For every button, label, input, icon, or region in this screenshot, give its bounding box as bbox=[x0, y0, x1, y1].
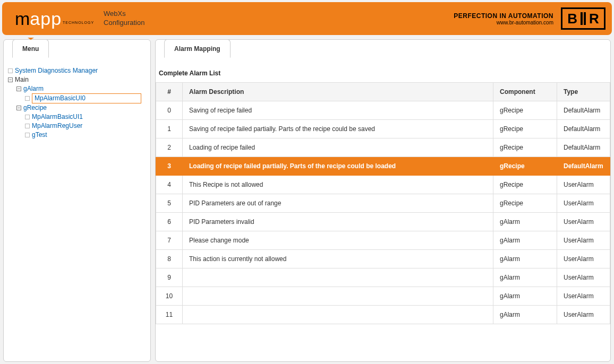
tree-item-mpalarmbasicui1[interactable]: MpAlarmBasicUI1 bbox=[32, 112, 83, 122]
cell-index: 9 bbox=[156, 268, 183, 287]
tree-collapse-icon[interactable]: − bbox=[16, 106, 21, 110]
tree-leaf-icon bbox=[25, 96, 30, 101]
table-row[interactable]: 2Loading of recipe failedgRecipeDefaultA… bbox=[156, 138, 610, 157]
tree-item-mpalarmbasicui0[interactable]: MpAlarmBasicUI0 bbox=[32, 93, 141, 103]
alarm-table-scroll[interactable]: # Alarm Description Component Type 0Savi… bbox=[156, 82, 610, 352]
cell-description bbox=[183, 268, 493, 287]
br-logo: B R bbox=[561, 7, 606, 30]
tree-leaf-icon bbox=[25, 133, 30, 137]
slogan-text: PERFECTION IN AUTOMATION bbox=[454, 12, 553, 20]
cell-description: This action is currently not allowed bbox=[183, 250, 493, 268]
tree-collapse-icon[interactable]: − bbox=[16, 86, 21, 91]
table-row[interactable]: 1Saving of recipe failed partially. Part… bbox=[156, 120, 610, 138]
cell-type: UserAlarm bbox=[557, 231, 610, 250]
tab-menu[interactable]: Menu bbox=[12, 39, 49, 58]
cell-component: gAlarm bbox=[493, 213, 557, 231]
cell-component: gRecipe bbox=[493, 120, 557, 138]
cell-component: gAlarm bbox=[493, 231, 557, 250]
tab-alarm-mapping[interactable]: Alarm Mapping bbox=[164, 39, 231, 58]
tree-item-galarm[interactable]: gAlarm bbox=[23, 84, 44, 93]
company-url: www.br-automation.com bbox=[454, 20, 553, 25]
table-row[interactable]: 5PID Parameters are out of rangegRecipeU… bbox=[156, 194, 610, 213]
cell-component: gRecipe bbox=[493, 176, 557, 194]
cell-index: 4 bbox=[156, 176, 183, 194]
header-title-line2: Configuration bbox=[104, 19, 144, 28]
cell-type: UserAlarm bbox=[557, 287, 610, 306]
tree-toggle-icon[interactable] bbox=[8, 68, 13, 73]
cell-component: gRecipe bbox=[493, 101, 557, 120]
table-header-row: # Alarm Description Component Type bbox=[156, 83, 610, 101]
table-row[interactable]: 0Saving of recipe failedgRecipeDefaultAl… bbox=[156, 101, 610, 120]
cell-index: 8 bbox=[156, 250, 183, 268]
cell-description: PID Parameters invalid bbox=[183, 213, 493, 231]
br-logo-bars bbox=[581, 12, 586, 25]
tree-item-gtest[interactable]: gTest bbox=[32, 131, 47, 140]
cell-type: UserAlarm bbox=[557, 213, 610, 231]
table-row[interactable]: 3Loading of recipe failed partially. Par… bbox=[156, 157, 610, 176]
cell-description: Loading of recipe failed bbox=[183, 138, 493, 157]
cell-description bbox=[183, 287, 493, 306]
column-header-type[interactable]: Type bbox=[557, 83, 610, 101]
table-row[interactable]: 10gAlarmUserAlarm bbox=[156, 287, 610, 306]
column-header-component[interactable]: Component bbox=[493, 83, 557, 101]
table-row[interactable]: 8This action is currently not allowedgAl… bbox=[156, 250, 610, 268]
cell-description: Saving of recipe failed bbox=[183, 101, 493, 120]
menu-panel: Menu System Diagnostics Manager − Main bbox=[3, 39, 151, 362]
br-logo-r: R bbox=[589, 12, 599, 25]
app-header: m app TECHNOLOGY WebXs Configuration PER… bbox=[2, 2, 612, 35]
column-header-index[interactable]: # bbox=[156, 83, 183, 101]
cell-index: 2 bbox=[156, 138, 183, 157]
horizontal-scrollbar[interactable] bbox=[156, 352, 610, 361]
cell-index: 7 bbox=[156, 231, 183, 250]
cell-type: UserAlarm bbox=[557, 250, 610, 268]
table-row[interactable]: 11gAlarmUserAlarm bbox=[156, 306, 610, 324]
tree-item-grecipe[interactable]: gRecipe bbox=[23, 103, 47, 112]
cell-type: UserAlarm bbox=[557, 306, 610, 324]
cell-index: 1 bbox=[156, 120, 183, 138]
cell-component: gAlarm bbox=[493, 268, 557, 287]
table-row[interactable]: 7Please change modegAlarmUserAlarm bbox=[156, 231, 610, 250]
logo-m-letter: m bbox=[15, 10, 30, 28]
cell-description: PID Parameters are out of range bbox=[183, 194, 493, 213]
tree-item-mpalarmreguser[interactable]: MpAlarmRegUser bbox=[32, 122, 82, 131]
content-panel: Alarm Mapping Complete Alarm List # Alar… bbox=[155, 39, 611, 362]
cell-type: UserAlarm bbox=[557, 268, 610, 287]
header-title: WebXs Configuration bbox=[104, 10, 144, 28]
cell-component: gAlarm bbox=[493, 306, 557, 324]
table-row[interactable]: 6PID Parameters invalidgAlarmUserAlarm bbox=[156, 213, 610, 231]
cell-index: 5 bbox=[156, 194, 183, 213]
cell-description: This Recipe is not allowed bbox=[183, 176, 493, 194]
cell-index: 3 bbox=[156, 157, 183, 176]
br-logo-b: B bbox=[567, 12, 577, 25]
cell-type: DefaultAlarm bbox=[557, 120, 610, 138]
cell-component: gRecipe bbox=[493, 157, 557, 176]
tree-item-main[interactable]: Main bbox=[15, 75, 29, 84]
cell-description: Please change mode bbox=[183, 231, 493, 250]
cell-type: DefaultAlarm bbox=[557, 157, 610, 176]
cell-index: 11 bbox=[156, 306, 183, 324]
cell-type: DefaultAlarm bbox=[557, 101, 610, 120]
cell-component: gRecipe bbox=[493, 194, 557, 213]
cell-description: Loading of recipe failed partially. Part… bbox=[183, 157, 493, 176]
table-row[interactable]: 4This Recipe is not allowedgRecipeUserAl… bbox=[156, 176, 610, 194]
cell-description bbox=[183, 306, 493, 324]
logo-technology: TECHNOLOGY bbox=[63, 21, 94, 24]
cell-type: UserAlarm bbox=[557, 194, 610, 213]
alarm-table: # Alarm Description Component Type 0Savi… bbox=[156, 82, 610, 324]
header-title-line1: WebXs bbox=[104, 10, 144, 19]
cell-component: gAlarm bbox=[493, 250, 557, 268]
mapp-logo: m app TECHNOLOGY bbox=[15, 10, 94, 28]
cell-type: DefaultAlarm bbox=[557, 138, 610, 157]
navigation-tree: System Diagnostics Manager − Main − bbox=[8, 66, 146, 140]
tree-item-sdm[interactable]: System Diagnostics Manager bbox=[15, 66, 98, 75]
cell-component: gAlarm bbox=[493, 287, 557, 306]
cell-type: UserAlarm bbox=[557, 176, 610, 194]
cell-component: gRecipe bbox=[493, 138, 557, 157]
tree-leaf-icon bbox=[25, 115, 30, 119]
table-row[interactable]: 9gAlarmUserAlarm bbox=[156, 268, 610, 287]
tree-collapse-icon[interactable]: − bbox=[8, 77, 13, 82]
cell-description: Saving of recipe failed partially. Parts… bbox=[183, 120, 493, 138]
column-header-description[interactable]: Alarm Description bbox=[183, 83, 493, 101]
cell-index: 10 bbox=[156, 287, 183, 306]
slogan-block: PERFECTION IN AUTOMATION www.br-automati… bbox=[454, 12, 553, 25]
